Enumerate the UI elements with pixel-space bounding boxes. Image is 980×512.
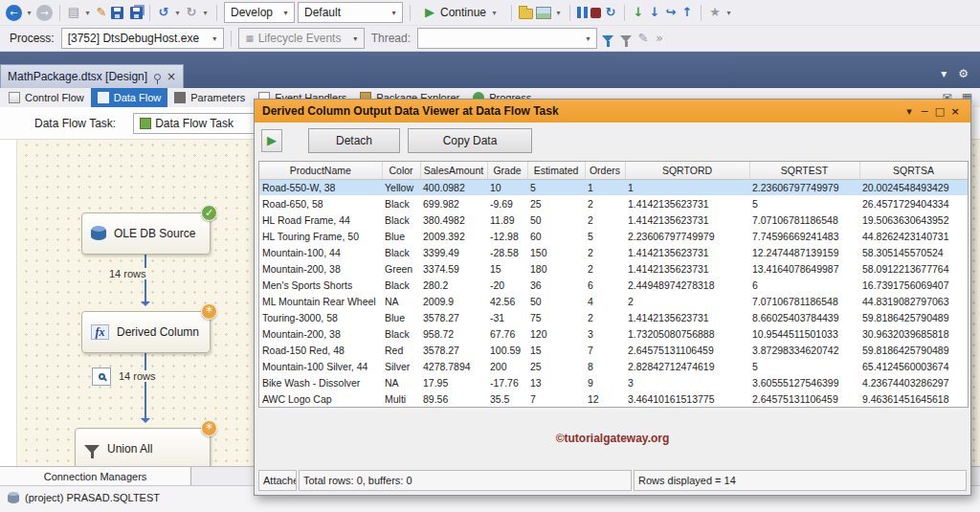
toolbar-separator (569, 5, 570, 21)
clear-filter-icon[interactable] (620, 35, 632, 42)
tab-parameters[interactable]: Parameters (167, 88, 252, 107)
solution-configurations-combobox[interactable]: Develop ▾ (224, 2, 295, 23)
toolbar-overflow-icon[interactable]: » (653, 30, 666, 47)
column-header[interactable]: SalesAmount (420, 162, 487, 179)
table-row[interactable]: Bike Wash - DissolverNA17.95-17.7613933.… (259, 374, 968, 390)
save-icon[interactable] (111, 7, 123, 19)
diagnostics-caret-icon[interactable]: ▾ (724, 9, 733, 17)
process-combobox[interactable]: [3752] DtsDebugHost.exe ▾ (61, 28, 224, 49)
solution-platforms-combobox[interactable]: Default ▾ (298, 2, 403, 23)
row-count-label: 14 rows (107, 268, 148, 279)
table-row[interactable]: Mountain-100 Silver, 44Silver4278.789420… (259, 358, 968, 374)
table-cell: 1.73205080756888 (625, 325, 749, 342)
table-row[interactable]: Mountain-100, 44Black3399.49-28.5815021.… (259, 244, 968, 260)
table-row[interactable]: Men's Sports ShortsBlack280.2-203662.449… (259, 277, 968, 293)
column-header[interactable]: Grade (487, 162, 527, 179)
toolbar-separator (231, 31, 232, 47)
settings-gear-icon[interactable]: ⚙ (958, 67, 969, 80)
navigate-back-icon[interactable]: ← (6, 5, 22, 21)
table-row[interactable]: Road-150 Red, 48Red3578.27100.591572.645… (259, 342, 968, 358)
table-cell: NA (382, 293, 420, 309)
column-header[interactable]: Orders (585, 162, 625, 179)
node-ole-db-source[interactable]: OLE DB Source ✓ (81, 212, 211, 255)
table-row[interactable]: Road-650, 58Black699.982-9.692521.414213… (259, 195, 968, 211)
node-derived-column[interactable]: fx Derived Column * (81, 311, 211, 353)
table-cell: 25 (527, 358, 585, 374)
table-cell: 7.74596669241483 (749, 228, 859, 244)
table-row[interactable]: Touring-3000, 58Blue3578.27-317521.41421… (259, 309, 968, 325)
combo-caret-icon: ▾ (279, 9, 292, 17)
table-row[interactable]: ML Mountain Rear WheelNA2009.942.5650427… (259, 293, 968, 309)
table-cell: 67.76 (487, 325, 527, 342)
minimize-icon[interactable]: ─ (917, 105, 932, 118)
data-viewer-magnifier-icon[interactable] (92, 367, 111, 386)
pin-icon[interactable] (154, 74, 161, 80)
connection-managers-header[interactable]: Connection Managers (0, 467, 191, 485)
grid-header-row: ProductName Color SalesAmount Grade Esti… (259, 162, 968, 179)
step-over-icon[interactable]: ↪ (664, 4, 678, 21)
table-cell: 6 (749, 277, 859, 293)
screenshot-icon[interactable] (536, 7, 551, 19)
column-header[interactable]: Estimated (527, 162, 585, 179)
column-header[interactable]: SQRTSA (859, 162, 968, 179)
save-all-icon[interactable] (130, 7, 143, 19)
screenshot-caret-icon[interactable]: ▾ (554, 9, 563, 17)
viewer-play-button[interactable]: ▶ (261, 129, 282, 152)
tab-close-icon[interactable]: × (167, 71, 176, 82)
stop-debugging-icon[interactable] (590, 8, 601, 18)
maximize-icon[interactable]: □ (932, 105, 947, 118)
dialog-titlebar[interactable]: Derived Column Output Data Viewer at Dat… (255, 100, 970, 122)
continue-button[interactable]: ▶ Continue ▾ (417, 1, 504, 24)
filter-icon[interactable] (602, 35, 613, 42)
detach-button[interactable]: Detach (308, 128, 400, 153)
edit-filter-icon[interactable]: ✎ (636, 30, 650, 47)
new-file-icon[interactable]: ▤ (67, 4, 80, 21)
open-folder-icon[interactable] (519, 9, 533, 19)
edit-icon[interactable]: ✎ (95, 4, 108, 21)
data-grid[interactable]: ProductName Color SalesAmount Grade Esti… (258, 161, 969, 408)
copy-data-button[interactable]: Copy Data (408, 128, 532, 153)
table-row[interactable]: Mountain-200, 38Green3374.591518021.4142… (259, 260, 968, 277)
document-tab[interactable]: MathPackage.dtsx [Design] × (0, 64, 184, 88)
node-union-all[interactable]: Union All * (75, 428, 211, 466)
navigate-forward-icon[interactable]: → (36, 5, 53, 21)
step-into-icon[interactable]: ↓ (648, 4, 661, 21)
redo-icon[interactable]: ↻ (185, 4, 198, 21)
table-cell: 58.305145570524 (859, 244, 968, 260)
dialog-caret-icon[interactable]: ▾ (902, 105, 917, 118)
table-row[interactable]: Mountain-200, 38Black958.7267.7612031.73… (259, 325, 968, 342)
table-row[interactable]: AWC Logo CapMulti89.5635.57123.464101615… (259, 390, 968, 407)
table-cell: 200 (487, 358, 527, 374)
redo-caret-icon[interactable]: ▾ (201, 9, 210, 17)
table-cell: 3.87298334620742 (749, 342, 859, 358)
tab-control-flow[interactable]: Control Flow (2, 88, 91, 107)
lifecycle-events-combobox[interactable]: ▦ Lifecycle Events ▾ (238, 28, 365, 49)
thread-combobox[interactable]: ▾ (417, 28, 597, 49)
window-list-caret-icon[interactable]: ▾ (941, 67, 947, 80)
status-attach: Attached (258, 470, 297, 491)
combo-caret-icon: ▾ (582, 34, 594, 43)
column-header[interactable]: SQRTORD (625, 162, 749, 179)
tab-data-flow[interactable]: Data Flow (91, 88, 168, 107)
diagnostics-icon[interactable]: ★ (708, 4, 722, 21)
connection-icon (8, 493, 19, 503)
run-to-cursor-icon[interactable]: ↓ (632, 4, 645, 21)
table-cell: 2.64575131106459 (625, 342, 749, 358)
table-row[interactable]: HL Road Frame, 44Black380.498211.895021.… (259, 211, 968, 228)
navigate-history-caret-icon[interactable]: ▾ (25, 9, 33, 17)
tab-label: Parameters (190, 92, 245, 103)
restart-icon[interactable]: ↻ (604, 4, 617, 21)
table-row[interactable]: Road-550-W, 38Yellow400.0982105112.23606… (259, 179, 968, 195)
table-row[interactable]: HL Touring Frame, 50Blue2009.392-12.9860… (259, 228, 968, 244)
new-file-caret-icon[interactable]: ▾ (83, 9, 92, 17)
undo-icon[interactable]: ↺ (157, 4, 170, 21)
table-cell: 120 (527, 325, 585, 342)
column-header[interactable]: ProductName (259, 162, 382, 179)
table-cell: 4.23674403286297 (859, 374, 968, 390)
close-icon[interactable]: × (947, 105, 963, 118)
column-header[interactable]: SQRTEST (749, 162, 859, 179)
undo-caret-icon[interactable]: ▾ (173, 9, 182, 17)
column-header[interactable]: Color (382, 162, 420, 179)
step-out-icon[interactable]: ↑ (680, 4, 694, 21)
break-all-icon[interactable] (577, 7, 588, 18)
